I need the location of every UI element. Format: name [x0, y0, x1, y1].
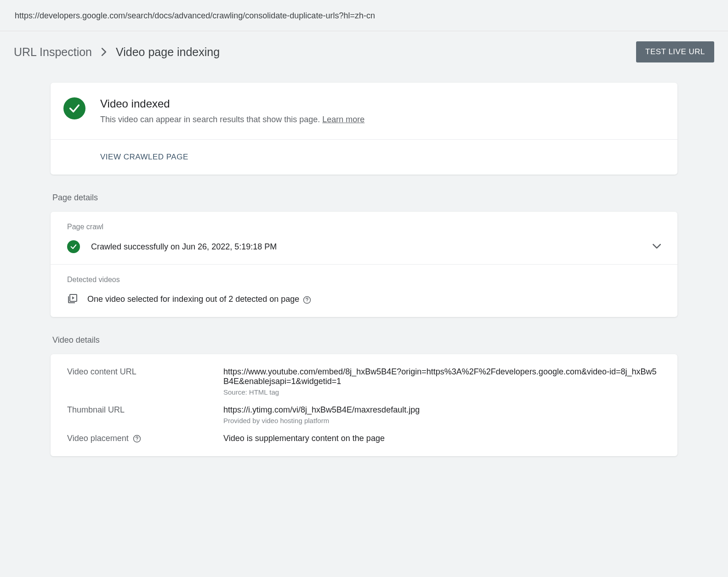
- page-details-card: Page crawl Crawled successfully on Jun 2…: [51, 212, 677, 317]
- detail-value: https://www.youtube.com/embed/8j_hxBw5B4…: [223, 367, 661, 386]
- detail-value: Video is supplementary content on the pa…: [223, 434, 385, 443]
- svg-point-4: [136, 440, 137, 441]
- detected-videos-label: Detected videos: [67, 276, 661, 284]
- check-circle-icon: [63, 97, 85, 119]
- detail-label: Video content URL: [67, 367, 223, 377]
- help-icon[interactable]: [132, 434, 142, 443]
- header-row: URL Inspection Video page indexing TEST …: [0, 31, 728, 74]
- detail-value: https://i.ytimg.com/vi/8j_hxBw5B4E/maxre…: [223, 405, 420, 415]
- detail-source: Source: HTML tag: [223, 388, 661, 396]
- help-icon[interactable]: [302, 295, 312, 305]
- detail-row-video-placement: Video placement Video is supplementary c…: [67, 434, 661, 443]
- detected-videos-text: One video selected for indexing out of 2…: [87, 294, 312, 304]
- detail-label: Thumbnail URL: [67, 405, 223, 415]
- inspected-url: https://developers.google.com/search/doc…: [0, 0, 728, 31]
- video-details-card: Video content URL https://www.youtube.co…: [51, 354, 677, 456]
- video-library-icon: [67, 293, 78, 306]
- test-live-url-button[interactable]: TEST LIVE URL: [636, 41, 714, 62]
- detail-row-thumbnail-url: Thumbnail URL https://i.ytimg.com/vi/8j_…: [67, 405, 661, 424]
- status-subtitle-text: This video can appear in search results …: [100, 115, 322, 124]
- detail-label: Video placement: [67, 434, 223, 443]
- chevron-right-icon: [101, 48, 107, 56]
- crawl-status-text: Crawled successfully on Jun 26, 2022, 5:…: [91, 242, 277, 252]
- learn-more-link[interactable]: Learn more: [322, 115, 364, 124]
- chevron-down-icon[interactable]: [653, 243, 661, 251]
- breadcrumb-current: Video page indexing: [116, 45, 220, 59]
- detail-label-text: Video placement: [67, 434, 129, 443]
- status-subtitle: This video can appear in search results …: [100, 115, 364, 124]
- detail-row-video-content-url: Video content URL https://www.youtube.co…: [67, 367, 661, 396]
- status-title: Video indexed: [100, 97, 364, 110]
- detail-source: Provided by video hosting platform: [223, 417, 420, 424]
- status-card: Video indexed This video can appear in s…: [51, 83, 677, 175]
- svg-point-2: [307, 301, 307, 302]
- video-details-heading: Video details: [52, 335, 677, 345]
- detected-text-content: One video selected for indexing out of 2…: [87, 294, 299, 304]
- page-crawl-label: Page crawl: [67, 223, 661, 231]
- check-circle-icon: [67, 240, 80, 253]
- page-crawl-row[interactable]: Crawled successfully on Jun 26, 2022, 5:…: [67, 240, 661, 253]
- detected-videos-row: One video selected for indexing out of 2…: [67, 293, 661, 306]
- breadcrumb-root[interactable]: URL Inspection: [14, 45, 92, 59]
- breadcrumb: URL Inspection Video page indexing: [14, 45, 220, 59]
- page-details-heading: Page details: [52, 193, 677, 203]
- view-crawled-page-link[interactable]: VIEW CRAWLED PAGE: [100, 153, 188, 161]
